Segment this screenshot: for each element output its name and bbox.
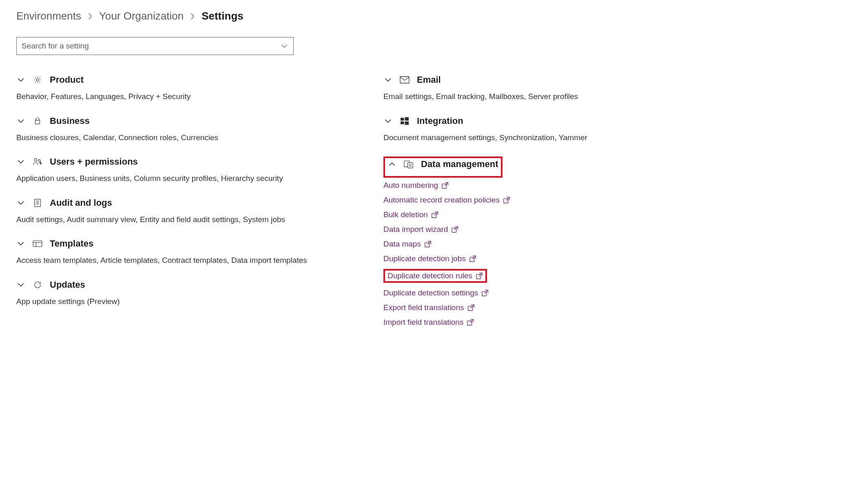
external-link-icon [431,211,438,218]
category-header[interactable]: Product [16,75,343,85]
external-link-icon [441,182,449,189]
breadcrumb-separator [190,12,195,20]
link-label: Data maps [383,240,421,249]
chevron-down-icon [16,281,25,288]
category-title: Data management [421,159,498,170]
people-icon [33,157,42,166]
data-icon [404,160,414,169]
link-item[interactable]: Automatic record creation policies [383,196,612,205]
lock-icon [33,117,42,126]
category-title: Templates [50,238,93,249]
category-description: Behavior, Features, Languages, Privacy +… [16,91,343,103]
settings-columns: ProductBehavior, Features, Languages, Pr… [16,75,852,340]
search-input[interactable] [16,37,294,55]
svg-rect-5 [35,199,41,206]
category-business: BusinessBusiness closures, Calendar, Con… [16,116,343,144]
highlight-box: Data management [383,156,503,178]
windows-icon [400,117,410,125]
link-item[interactable]: Duplicate detection settings [383,288,612,297]
link-label: Bulk deletion [383,210,428,219]
category-header[interactable]: Integration [383,116,612,126]
svg-point-3 [38,160,40,162]
category-header[interactable]: Data management [388,159,498,170]
link-label: Duplicate detection jobs [383,254,466,263]
category-templates: TemplatesAccess team templates, Article … [16,238,343,266]
external-link-icon [467,319,474,326]
category-data-management: Data managementAuto numberingAutomatic r… [383,156,612,327]
link-label: Auto numbering [383,181,438,190]
chevron-down-icon [16,199,25,207]
category-title: Business [50,116,90,126]
svg-point-9 [35,200,36,201]
chevron-down-icon [16,240,25,247]
category-header[interactable]: Updates [16,280,343,290]
category-title: Audit and logs [50,198,112,208]
link-label: Import field translations [383,318,463,327]
link-item[interactable]: Bulk deletion [383,210,612,219]
chevron-down-icon [383,76,392,84]
category-description: Document management settings, Synchroniz… [383,132,612,144]
link-item[interactable]: Data maps [383,240,612,249]
link-item[interactable]: Data import wizard [383,225,612,234]
left-column: ProductBehavior, Features, Languages, Pr… [16,75,343,340]
category-email: EmailEmail settings, Email tracking, Mai… [383,75,612,103]
link-item[interactable]: Duplicate detection jobs [383,254,612,263]
breadcrumb-item[interactable]: Your Organization [99,10,184,22]
svg-rect-1 [35,120,40,124]
category-updates: UpdatesApp update settings (Preview) [16,280,343,308]
svg-rect-16 [401,118,404,121]
category-title: Updates [50,280,85,290]
category-header[interactable]: Users + permissions [16,156,343,167]
category-description: Email settings, Email tracking, Mailboxe… [383,91,612,103]
external-link-icon [424,240,432,248]
svg-rect-19 [405,121,409,125]
link-label: Automatic record creation policies [383,196,500,205]
category-description: Access team templates, Article templates… [16,255,343,266]
external-link-icon [481,289,489,297]
breadcrumb-item: Settings [202,10,244,22]
link-label: Duplicate detection settings [383,288,478,297]
category-description: App update settings (Preview) [16,296,343,308]
link-item[interactable]: Import field translations [383,318,612,327]
list-icon [33,198,42,207]
gear-icon [33,75,42,84]
category-header[interactable]: Business [16,116,343,126]
svg-rect-21 [407,163,413,168]
right-column: EmailEmail settings, Email tracking, Mai… [383,75,612,340]
category-header[interactable]: Email [383,75,612,85]
category-title: Users + permissions [50,156,138,167]
svg-point-11 [35,204,36,204]
category-links: Auto numberingAutomatic record creation … [383,181,612,327]
svg-rect-17 [405,117,409,121]
svg-rect-12 [33,241,42,247]
category-integration: IntegrationDocument management settings,… [383,116,612,144]
refresh-icon [33,280,42,289]
search-container [16,37,294,55]
svg-point-2 [34,159,37,161]
category-description: Business closures, Calendar, Connection … [16,132,343,144]
link-item[interactable]: Duplicate detection rules [383,269,487,283]
category-header[interactable]: Templates [16,238,343,249]
category-description: Audit settings, Audit summary view, Enti… [16,214,343,226]
svg-point-0 [36,79,39,81]
templates-icon [33,240,42,248]
link-item[interactable]: Auto numbering [383,181,612,190]
external-link-icon [469,255,476,262]
chevron-down-icon [383,117,392,125]
category-header[interactable]: Audit and logs [16,198,343,208]
breadcrumb: EnvironmentsYour OrganizationSettings [16,10,852,22]
svg-rect-15 [400,77,409,83]
svg-rect-18 [401,121,404,124]
chevron-down-icon [16,158,25,165]
link-label: Export field translations [383,303,464,312]
link-item[interactable]: Export field translations [383,303,612,312]
category-description: Application users, Business units, Colum… [16,173,343,185]
breadcrumb-item[interactable]: Environments [16,10,81,22]
chevron-down-icon [16,117,25,125]
category-title: Product [50,75,84,85]
svg-point-10 [35,202,36,203]
chevron-up-icon [388,161,396,168]
link-label: Data import wizard [383,225,448,234]
mail-icon [400,76,410,84]
external-link-icon [503,196,510,204]
